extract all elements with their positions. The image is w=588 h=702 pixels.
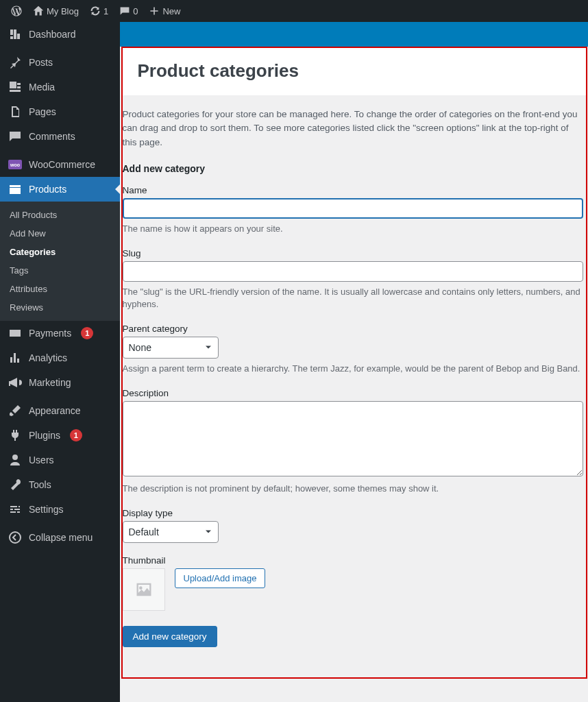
thumbnail-placeholder <box>123 568 165 611</box>
hint-slug: The "slug" is the URL-friendly version o… <box>123 286 583 312</box>
sidebar-label: Payments <box>29 328 71 339</box>
user-icon <box>8 453 22 467</box>
hint-parent: Assign a parent term to create a hierarc… <box>123 363 583 376</box>
sidebar-item-analytics[interactable]: Analytics <box>0 346 120 370</box>
sidebar-item-comments[interactable]: Comments <box>0 124 120 149</box>
label-thumbnail: Thumbnail <box>123 555 583 566</box>
form-pane: Product categories for your store can be… <box>123 95 586 677</box>
sidebar-label: Analytics <box>29 352 67 363</box>
plus-icon <box>149 5 160 16</box>
sidebar-item-products[interactable]: Products <box>0 177 120 202</box>
sub-item-tags[interactable]: Tags <box>0 261 120 280</box>
select-display-type[interactable]: Default <box>123 521 219 543</box>
updates-count: 1 <box>103 6 108 16</box>
label-display-type: Display type <box>123 508 583 518</box>
payments-icon <box>8 326 22 340</box>
updates-link[interactable]: 1 <box>84 0 114 22</box>
comments-link[interactable]: 0 <box>114 0 143 22</box>
sub-item-categories[interactable]: Categories <box>0 243 120 261</box>
page-header: Product categories <box>123 48 586 95</box>
sliders-icon <box>8 503 22 516</box>
sub-item-attributes[interactable]: Attributes <box>0 280 120 298</box>
site-name-text: My Blog <box>47 6 79 16</box>
wordpress-icon <box>11 5 22 16</box>
hint-description: The description is not prominent by defa… <box>123 483 583 496</box>
field-slug: Slug The "slug" is the URL-friendly vers… <box>123 248 583 312</box>
sidebar-label: WooCommerce <box>29 159 95 170</box>
new-content-link[interactable]: New <box>143 0 186 22</box>
field-thumbnail: Thumbnail Upload/Add image <box>123 555 583 611</box>
label-name: Name <box>123 185 583 195</box>
sidebar-label: Collapse menu <box>29 532 93 543</box>
sidebar-item-marketing[interactable]: Marketing <box>0 370 120 395</box>
sidebar-label: Tools <box>29 479 51 490</box>
site-name-link[interactable]: My Blog <box>27 0 84 22</box>
pages-icon <box>8 105 22 119</box>
sidebar-item-pages[interactable]: Pages <box>0 99 120 124</box>
add-category-heading: Add new category <box>123 163 583 174</box>
sidebar-item-settings[interactable]: Settings <box>0 497 120 522</box>
home-icon <box>33 5 44 16</box>
hint-name: The name is how it appears on your site. <box>123 223 583 236</box>
sidebar-label: Users <box>29 455 54 465</box>
sidebar-item-plugins[interactable]: Plugins 1 <box>0 423 120 448</box>
label-slug: Slug <box>123 248 583 258</box>
image-placeholder-icon <box>134 580 154 599</box>
sidebar-collapse[interactable]: Collapse menu <box>0 525 120 550</box>
comments-count: 0 <box>133 6 138 16</box>
new-label: New <box>162 6 180 16</box>
sidebar-item-dashboard[interactable]: Dashboard <box>0 22 120 47</box>
sidebar-item-posts[interactable]: Posts <box>0 50 120 75</box>
wrench-icon <box>8 478 22 492</box>
sidebar-label: Plugins <box>29 430 60 441</box>
field-name: Name The name is how it appears on your … <box>123 185 583 236</box>
sidebar-label: Settings <box>29 504 64 515</box>
field-description: Description The description is not promi… <box>123 388 583 496</box>
svg-point-0 <box>10 532 21 543</box>
woocommerce-top-banner <box>120 22 588 47</box>
plugins-badge: 1 <box>70 429 82 441</box>
textarea-description[interactable] <box>123 401 583 476</box>
label-description: Description <box>123 388 583 398</box>
woocommerce-icon: woo <box>8 158 22 171</box>
select-parent[interactable]: None <box>123 337 219 359</box>
analytics-icon <box>8 351 22 365</box>
sidebar-label: Appearance <box>29 405 81 416</box>
sub-item-all-products[interactable]: All Products <box>0 206 120 224</box>
sub-item-add-new[interactable]: Add New <box>0 224 120 243</box>
label-parent: Parent category <box>123 324 583 334</box>
page-title: Product categories <box>138 60 571 82</box>
input-slug[interactable] <box>123 261 583 282</box>
sidebar-item-payments[interactable]: Payments 1 <box>0 321 120 346</box>
sidebar-item-users[interactable]: Users <box>0 448 120 472</box>
add-category-submit[interactable]: Add new category <box>123 626 217 647</box>
sidebar-label: Products <box>29 184 66 195</box>
sidebar-item-appearance[interactable]: Appearance <box>0 398 120 423</box>
field-parent: Parent category None Assign a parent ter… <box>123 324 583 376</box>
input-name[interactable] <box>123 198 583 219</box>
field-display-type: Display type Default <box>123 508 583 543</box>
sub-item-reviews[interactable]: Reviews <box>0 298 120 317</box>
collapse-icon <box>8 531 22 544</box>
comment-icon <box>119 5 130 16</box>
wp-logo[interactable] <box>5 0 27 22</box>
pin-icon <box>8 56 22 69</box>
plug-icon <box>8 428 22 442</box>
sidebar-item-media[interactable]: Media <box>0 75 120 99</box>
admin-bar: My Blog 1 0 New <box>0 0 588 22</box>
sidebar-label: Comments <box>29 131 75 142</box>
megaphone-icon <box>8 376 22 389</box>
comments-icon <box>8 130 22 143</box>
content-wrap: Product categories Product categories fo… <box>120 0 588 702</box>
sidebar-label: Media <box>29 82 55 93</box>
payments-badge: 1 <box>81 327 93 339</box>
sidebar-label: Pages <box>29 106 56 117</box>
upload-image-button[interactable]: Upload/Add image <box>175 568 266 588</box>
sidebar-label: Dashboard <box>29 29 76 40</box>
sidebar-item-woocommerce[interactable]: woo WooCommerce <box>0 152 120 177</box>
refresh-icon <box>90 5 101 16</box>
intro-text: Product categories for your store can be… <box>123 104 583 155</box>
sidebar-item-tools[interactable]: Tools <box>0 472 120 497</box>
admin-sidebar: Dashboard Posts Media Pages Comments woo… <box>0 22 120 702</box>
media-icon <box>8 80 22 94</box>
